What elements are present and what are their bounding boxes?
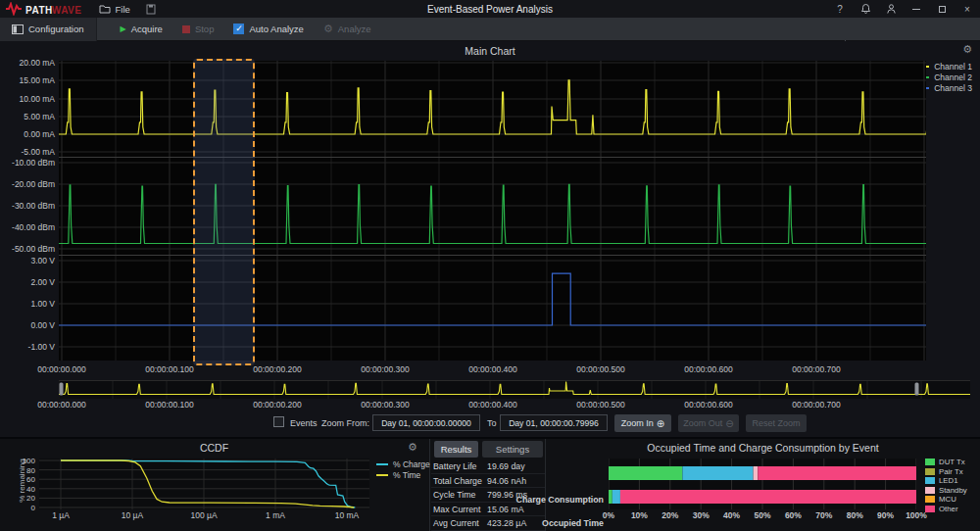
- minimize-icon: [912, 9, 920, 10]
- y-axis-label: 15.00 mA: [0, 75, 55, 85]
- app-window: PATHWAVE File Event-Based Power Analysis…: [0, 0, 980, 531]
- main-chart-panel: Main Chart ⚙ Channel 1Channel 2Channel 3…: [0, 41, 980, 437]
- to-label: To: [487, 418, 497, 428]
- occupied-legend-label: DUT Tx: [939, 458, 965, 466]
- ccdf-legend-color-line: [376, 463, 388, 465]
- stop-button[interactable]: Stop: [172, 18, 224, 41]
- zoom-in-icon: ⊕: [657, 418, 664, 429]
- overview-left-handle: [60, 383, 64, 396]
- result-value: 15.06 mA: [487, 505, 524, 514]
- occupied-row-label: Occupied Time: [510, 518, 604, 528]
- overview-right-handle: [915, 383, 919, 396]
- stop-icon: [182, 25, 190, 33]
- occupied-x-tick: 30%: [686, 510, 715, 520]
- result-label: Avg Current: [433, 518, 479, 528]
- ccdf-legend-label: % Time: [393, 470, 420, 480]
- account-button[interactable]: [878, 0, 904, 18]
- zoom-in-button[interactable]: Zoom In⊕: [614, 414, 671, 432]
- save-icon: [146, 4, 156, 15]
- occupied-x-tick: 70%: [809, 510, 839, 520]
- ccdf-legend: % Charge% Time: [376, 459, 430, 480]
- y-axis-label: -10.00 dBm: [0, 158, 55, 168]
- main-chart-plot[interactable]: [59, 61, 926, 361]
- result-label: Battery Life: [433, 461, 477, 471]
- help-button[interactable]: ?: [827, 0, 853, 18]
- configuration-button[interactable]: Configuration: [0, 18, 97, 41]
- zoom-to-input[interactable]: [500, 414, 608, 431]
- ccdf-y-tick: 80: [14, 466, 35, 475]
- zoom-from-input[interactable]: [372, 414, 480, 431]
- occupied-legend-item: MCU: [925, 495, 967, 505]
- occupied-legend-chip: [925, 506, 935, 512]
- ccdf-x-tick: 10 mA: [325, 510, 368, 520]
- occupied-x-tick: 20%: [656, 510, 685, 520]
- y-axis-label: 10.00 mA: [0, 94, 55, 104]
- reset-zoom-button[interactable]: Reset Zoom: [746, 414, 807, 432]
- ccdf-settings-icon[interactable]: ⚙: [408, 441, 417, 454]
- y-axis-label: 2.00 V: [0, 277, 55, 287]
- occupied-title: Occupied Time and Charge Consumption by …: [546, 442, 980, 454]
- events-checkbox[interactable]: [273, 416, 284, 427]
- zoom-out-icon: ⊖: [725, 418, 733, 429]
- table-row: Total Charge94.06 nAh: [431, 474, 545, 489]
- logo-text-wave: WAVE: [52, 5, 82, 16]
- overview-x-label: 00:00:00.700: [782, 400, 851, 410]
- close-button[interactable]: ×: [955, 0, 980, 18]
- minimize-button[interactable]: [904, 0, 929, 18]
- x-axis-label: 00:00:00.300: [351, 364, 419, 374]
- title-bar: PATHWAVE File Event-Based Power Analysis…: [0, 0, 980, 18]
- ccdf-legend-label: % Charge: [393, 459, 430, 469]
- occupied-x-tick: 90%: [871, 510, 901, 520]
- y-axis-label: -20.00 dBm: [0, 179, 55, 189]
- tab-settings[interactable]: Settings: [482, 441, 543, 458]
- legend-label: Channel 2: [934, 72, 972, 82]
- y-axis-label: 1.00 V: [0, 299, 55, 309]
- close-icon: ×: [964, 4, 970, 15]
- bell-icon: [861, 4, 870, 14]
- zoom-out-button[interactable]: Zoom Out⊖: [678, 414, 739, 432]
- person-icon: [887, 4, 896, 14]
- main-chart-title: Main Chart: [0, 45, 980, 57]
- occupied-legend-label: Pair Tx: [939, 467, 963, 476]
- occupied-x-tick: 50%: [748, 510, 777, 520]
- occupied-plot: [609, 459, 916, 509]
- y-axis-label: -30.00 dBm: [0, 201, 55, 211]
- y-axis-label: -5.00 mA: [0, 147, 55, 157]
- occupied-legend-item: Standby: [925, 486, 967, 496]
- ccdf-y-tick: 100: [14, 457, 35, 465]
- analyze-button[interactable]: ⚙ Analyze: [314, 18, 381, 41]
- selection-region[interactable]: [193, 59, 255, 365]
- save-button[interactable]: [138, 0, 164, 18]
- ccdf-plot: [39, 459, 369, 509]
- ccdf-legend-color-line: [376, 474, 388, 476]
- overview-x-label: 00:00:00.500: [566, 400, 635, 410]
- x-axis-label: 00:00:00.600: [674, 364, 743, 374]
- x-axis-label: 00:00:00.100: [135, 364, 204, 374]
- folder-icon: [99, 4, 111, 14]
- auto-analyze-checkbox[interactable]: ✓: [233, 24, 244, 34]
- occupied-legend-label: MCU: [939, 495, 956, 504]
- play-icon: ▶: [121, 24, 126, 33]
- occupied-legend-chip: [925, 459, 935, 465]
- auto-analyze-toggle[interactable]: ✓ Auto Analyze: [223, 18, 313, 41]
- overview-x-label: 00:00:00.100: [135, 400, 204, 410]
- occupied-legend-chip: [925, 496, 935, 503]
- occupied-legend-chip: [925, 468, 935, 475]
- notifications-button[interactable]: [853, 0, 878, 18]
- table-row: Battery Life19.69 day: [431, 459, 545, 474]
- maximize-button[interactable]: [929, 0, 955, 18]
- x-axis-label: 00:00:00.200: [243, 364, 312, 374]
- y-axis-label: -40.00 dBm: [0, 222, 55, 232]
- panel-icon: [12, 24, 24, 34]
- acquire-button[interactable]: ▶ Acquire: [111, 18, 172, 41]
- y-axis-label: 3.00 V: [0, 256, 55, 266]
- main-chart-settings-icon[interactable]: ⚙: [962, 43, 972, 56]
- occupied-x-tick: 0%: [594, 510, 623, 520]
- ccdf-y-tick: 40: [14, 485, 35, 494]
- occupied-legend-label: LED1: [939, 476, 958, 485]
- file-menu[interactable]: File: [91, 0, 137, 18]
- occupied-x-tick: 10%: [624, 510, 654, 520]
- overview-strip[interactable]: [59, 380, 970, 399]
- zoom-from-label: Zoom From:: [321, 418, 369, 428]
- tab-results[interactable]: Results: [434, 441, 478, 458]
